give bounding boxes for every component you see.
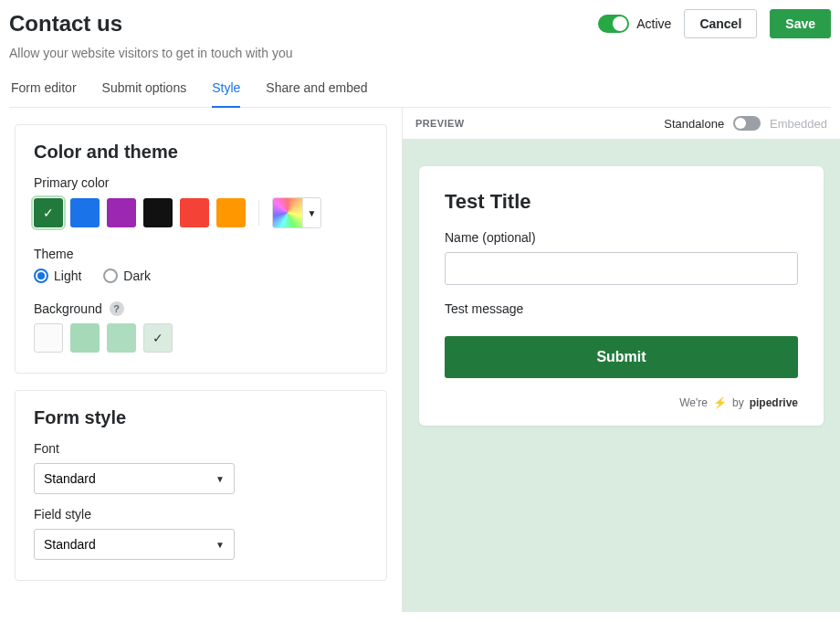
powered-by-word: by — [732, 396, 744, 409]
preview-form-card: Test Title Name (optional) Test message … — [419, 166, 824, 426]
theme-dark-radio[interactable]: Dark — [103, 269, 151, 283]
font-value: Standard — [44, 471, 96, 486]
field-style-select[interactable]: Standard ▼ — [34, 529, 235, 560]
preview-message-text: Test message — [445, 301, 798, 316]
tab-submit-options[interactable]: Submit options — [102, 73, 187, 108]
background-swatch-green-medium[interactable] — [107, 323, 136, 353]
radio-icon — [34, 269, 48, 283]
radio-icon — [103, 269, 118, 283]
help-icon[interactable]: ? — [110, 301, 124, 316]
form-style-title: Form style — [34, 407, 368, 428]
tab-style[interactable]: Style — [212, 73, 240, 108]
color-swatch-red[interactable] — [180, 198, 209, 227]
font-select[interactable]: Standard ▼ — [34, 463, 235, 494]
custom-color-picker[interactable]: ▼ — [272, 197, 321, 228]
background-label: Background — [34, 301, 102, 316]
color-swatch-purple[interactable] — [107, 198, 136, 227]
settings-panel: Color and theme Primary color ✓ ▼ Theme — [0, 108, 402, 612]
chevron-down-icon: ▼ — [215, 540, 225, 550]
color-swatch-orange[interactable] — [216, 198, 246, 227]
standalone-label: Standalone — [664, 117, 724, 131]
embedded-label: Embedded — [770, 117, 827, 131]
form-style-card: Form style Font Standard ▼ Field style S… — [15, 390, 387, 581]
header-actions: Active Cancel Save — [598, 9, 831, 38]
powered-by: We're ⚡ by pipedrive — [445, 396, 798, 409]
active-label: Active — [636, 16, 671, 31]
primary-color-label: Primary color — [34, 175, 368, 190]
preview-name-input[interactable] — [445, 252, 798, 285]
theme-light-label: Light — [54, 269, 81, 283]
preview-label: PREVIEW — [415, 118, 465, 129]
theme-light-radio[interactable]: Light — [34, 269, 81, 283]
check-icon: ✓ — [43, 206, 54, 220]
tabs: Form editor Submit options Style Share a… — [9, 73, 831, 108]
active-toggle[interactable] — [598, 15, 629, 33]
theme-dark-label: Dark — [123, 269, 151, 283]
rainbow-icon — [273, 198, 302, 227]
background-swatch-white[interactable] — [34, 323, 63, 353]
check-icon: ✓ — [152, 331, 163, 345]
field-style-label: Field style — [34, 507, 368, 522]
page-subtitle: Allow your website visitors to get in to… — [9, 46, 831, 60]
theme-label: Theme — [34, 247, 368, 261]
field-style-value: Standard — [44, 537, 96, 552]
tab-share-embed[interactable]: Share and embed — [266, 73, 367, 108]
brand-name: pipedrive — [750, 396, 798, 409]
color-swatch-green[interactable]: ✓ — [34, 198, 63, 227]
preview-mode-toggle[interactable] — [733, 116, 761, 131]
preview-name-label: Name (optional) — [445, 230, 798, 245]
tab-form-editor[interactable]: Form editor — [11, 73, 77, 108]
font-label: Font — [34, 441, 368, 456]
color-theme-card: Color and theme Primary color ✓ ▼ Theme — [15, 124, 387, 374]
chevron-down-icon: ▼ — [302, 198, 320, 227]
background-swatch-green-light[interactable]: ✓ — [143, 323, 173, 353]
preview-form-title: Test Title — [445, 190, 798, 214]
divider — [258, 200, 259, 226]
preview-panel: PREVIEW Standalone Embedded Test Title N… — [402, 108, 840, 612]
chevron-down-icon: ▼ — [215, 474, 225, 484]
bolt-icon: ⚡ — [713, 396, 727, 409]
preview-stage: Test Title Name (optional) Test message … — [403, 139, 840, 612]
save-button[interactable]: Save — [770, 9, 831, 38]
color-swatch-black[interactable] — [143, 198, 173, 227]
color-swatch-blue[interactable] — [70, 198, 100, 227]
page-title: Contact us — [9, 11, 122, 37]
powered-prefix: We're — [679, 396, 708, 409]
background-swatch-green-solid[interactable] — [70, 323, 100, 353]
color-theme-title: Color and theme — [34, 142, 368, 163]
preview-submit-button[interactable]: Submit — [445, 336, 798, 378]
cancel-button[interactable]: Cancel — [684, 9, 757, 38]
